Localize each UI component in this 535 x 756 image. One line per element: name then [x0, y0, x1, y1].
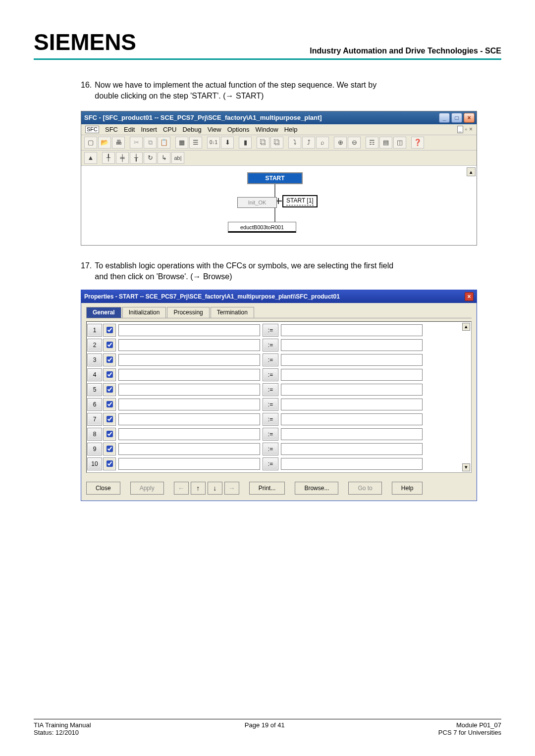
parallel-icon[interactable]: ╪: [116, 152, 129, 164]
row-operand-field[interactable]: [118, 413, 260, 425]
menu-sfc[interactable]: SFC: [105, 126, 118, 133]
row-enable-checkbox[interactable]: [104, 354, 115, 366]
mdi-min-icon[interactable]: _: [457, 126, 463, 133]
pointer-icon[interactable]: ▲: [84, 152, 97, 164]
nav-right-icon[interactable]: →: [224, 482, 239, 495]
menu-edit[interactable]: Edit: [124, 126, 135, 133]
text-label-icon[interactable]: ab|: [171, 152, 184, 164]
compile-icon[interactable]: 0↓1: [207, 137, 220, 149]
open-icon[interactable]: 📂: [98, 137, 111, 149]
row-enable-checkbox[interactable]: [104, 413, 115, 425]
assign-operator[interactable]: :=: [263, 458, 278, 470]
tree2-icon[interactable]: ⿻: [270, 137, 283, 149]
new-icon[interactable]: ▢: [84, 137, 97, 149]
row-value-field[interactable]: [281, 369, 423, 381]
paste-icon[interactable]: 📋: [158, 137, 170, 149]
browse-button[interactable]: Browse...: [295, 482, 338, 495]
menu-debug[interactable]: Debug: [182, 126, 201, 133]
row-number[interactable]: 2: [88, 339, 102, 351]
nav-left-icon[interactable]: ←: [174, 482, 189, 495]
assign-operator[interactable]: :=: [263, 443, 278, 455]
row-enable-checkbox[interactable]: [104, 458, 115, 470]
zoom-in-icon[interactable]: ⊕: [334, 137, 347, 149]
menu-options[interactable]: Options: [227, 126, 250, 133]
row-operand-field[interactable]: [118, 369, 260, 381]
assign-operator[interactable]: :=: [263, 384, 278, 396]
scroll-up-icon[interactable]: ▴: [467, 167, 476, 176]
find-up-icon[interactable]: ⤴: [302, 137, 315, 149]
menu-view[interactable]: View: [208, 126, 221, 133]
flag-icon[interactable]: ▮: [239, 137, 252, 149]
jump-icon[interactable]: ↳: [158, 152, 170, 164]
row-number[interactable]: 10: [88, 458, 102, 470]
catalog-icon[interactable]: ☶: [366, 137, 378, 149]
row-number[interactable]: 1: [88, 324, 102, 336]
tab-termination[interactable]: Termination: [211, 307, 254, 318]
row-operand-field[interactable]: [118, 443, 260, 455]
chart-icon[interactable]: ▦: [175, 137, 188, 149]
download-icon[interactable]: ⬇: [221, 137, 234, 149]
row-enable-checkbox[interactable]: [104, 399, 115, 410]
row-value-field[interactable]: [281, 413, 423, 425]
assign-operator[interactable]: :=: [263, 413, 278, 425]
row-value-field[interactable]: [281, 399, 423, 410]
row-number[interactable]: 6: [88, 399, 102, 410]
goto-button[interactable]: Go to: [348, 482, 381, 495]
tab-general[interactable]: General: [86, 307, 121, 318]
row-number[interactable]: 4: [88, 369, 102, 381]
row-operand-field[interactable]: [118, 324, 260, 336]
whats-this-icon[interactable]: ❓: [411, 137, 424, 149]
close-button[interactable]: ×: [464, 113, 475, 123]
row-enable-checkbox[interactable]: [104, 339, 115, 351]
nav-up-icon[interactable]: ↑: [191, 482, 206, 495]
columns-icon[interactable]: ▤: [379, 137, 392, 149]
menu-cpu[interactable]: CPU: [163, 126, 176, 133]
row-operand-field[interactable]: [118, 458, 260, 470]
row-number[interactable]: 3: [88, 354, 102, 366]
row-enable-checkbox[interactable]: [104, 443, 115, 455]
list-icon[interactable]: ☰: [189, 137, 202, 149]
tab-processing[interactable]: Processing: [167, 307, 209, 318]
alt-branch-icon[interactable]: ╁: [130, 152, 143, 164]
assign-operator[interactable]: :=: [263, 354, 278, 366]
grid-scroll-up-icon[interactable]: ▴: [462, 323, 470, 331]
assign-operator[interactable]: :=: [263, 324, 278, 336]
row-value-field[interactable]: [281, 458, 423, 470]
row-enable-checkbox[interactable]: [104, 324, 115, 336]
cut-icon[interactable]: ✂: [130, 137, 143, 149]
assign-operator[interactable]: :=: [263, 339, 278, 351]
assign-operator[interactable]: :=: [263, 399, 278, 410]
row-value-field[interactable]: [281, 339, 423, 351]
zoom-out-icon[interactable]: ⊖: [348, 137, 361, 149]
row-enable-checkbox[interactable]: [104, 428, 115, 440]
row-number[interactable]: 8: [88, 428, 102, 440]
row-operand-field[interactable]: [118, 339, 260, 351]
find-icon[interactable]: ⌕: [316, 137, 329, 149]
menu-help[interactable]: Help: [284, 126, 298, 133]
mdi-close-icon[interactable]: ×: [469, 126, 473, 133]
row-number[interactable]: 5: [88, 384, 102, 396]
row-number[interactable]: 7: [88, 413, 102, 425]
copy-icon[interactable]: ⧉: [144, 137, 157, 149]
grid-scroll-down-icon[interactable]: ▾: [462, 463, 470, 471]
minimize-button[interactable]: _: [439, 113, 450, 123]
print-button[interactable]: Print...: [249, 482, 285, 495]
tree1-icon[interactable]: ⿻: [257, 137, 269, 149]
close-button[interactable]: Close: [86, 482, 120, 495]
assign-operator[interactable]: :=: [263, 369, 278, 381]
loop-icon[interactable]: ↻: [144, 152, 157, 164]
mdi-restore-icon[interactable]: ▫: [465, 126, 467, 133]
nav-down-icon[interactable]: ↓: [208, 482, 222, 495]
row-value-field[interactable]: [281, 324, 423, 336]
apply-button[interactable]: Apply: [130, 482, 164, 495]
menu-window[interactable]: Window: [255, 126, 278, 133]
row-number[interactable]: 9: [88, 443, 102, 455]
row-value-field[interactable]: [281, 384, 423, 396]
dialog-close-button[interactable]: ×: [465, 292, 474, 301]
row-operand-field[interactable]: [118, 428, 260, 440]
maximize-button[interactable]: □: [451, 113, 462, 123]
row-value-field[interactable]: [281, 354, 423, 366]
row-enable-checkbox[interactable]: [104, 384, 115, 396]
assign-operator[interactable]: :=: [263, 428, 278, 440]
tab-initialization[interactable]: Initialization: [122, 307, 166, 318]
